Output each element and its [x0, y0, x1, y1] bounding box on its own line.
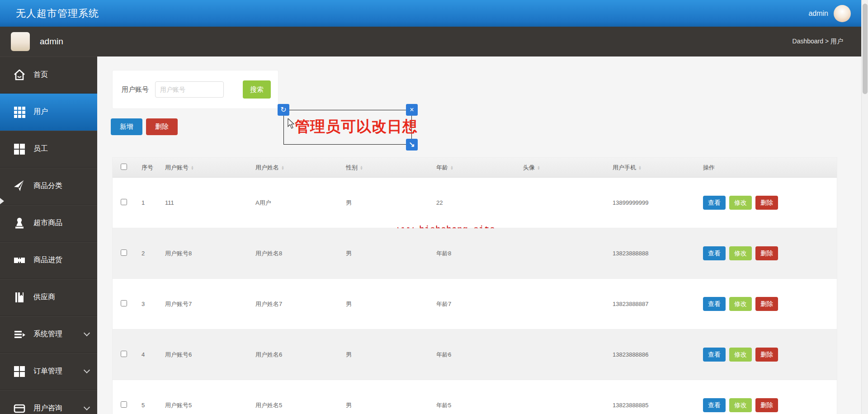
home-icon — [13, 68, 26, 82]
cell-account: 用户账号7 — [161, 300, 252, 308]
users-table: 序号 用户账号▲▼ 用户姓名▲▼ 性别▲▼ 年龄▲▼ 头像▲▼ 用户手机▲▼ 操… — [112, 157, 837, 414]
row-checkbox[interactable] — [121, 199, 127, 205]
mouse-cursor-icon — [288, 118, 295, 129]
sidebar-item-label: 系统管理 — [33, 329, 77, 339]
row-checkbox[interactable] — [121, 351, 127, 357]
column-header-account[interactable]: 用户账号▲▼ — [161, 164, 252, 172]
sidebar-item-label: 供应商 — [33, 292, 89, 302]
search-input[interactable] — [155, 81, 224, 98]
sidebar-item-order-management[interactable]: 订单管理 — [0, 353, 97, 390]
row-checkbox[interactable] — [121, 249, 127, 256]
sidebar-item-label: 超市商品 — [33, 218, 89, 228]
cell-phone: 13823888885 — [609, 402, 699, 409]
sort-icon[interactable]: ▲▼ — [191, 165, 194, 170]
vertical-scrollbar[interactable] — [861, 0, 868, 414]
cell-gender: 男 — [342, 199, 433, 207]
book-icon — [13, 291, 26, 304]
edit-button[interactable]: 修改 — [729, 297, 752, 311]
row-delete-button[interactable]: 删除 — [755, 246, 778, 260]
sidebar-collapse-marker — [0, 198, 4, 204]
sort-icon[interactable]: ▲▼ — [281, 165, 284, 170]
topbar-user-area[interactable]: admin — [808, 5, 859, 22]
cell-phone: 13899999999 — [609, 199, 699, 206]
sidebar-item-goods-purchase[interactable]: 商品进货 — [0, 242, 97, 279]
view-button[interactable]: 查看 — [703, 348, 726, 362]
annotation-text: 管理员可以改日想 — [295, 117, 408, 137]
add-button[interactable]: 新增 — [111, 118, 142, 135]
chevron-down-icon — [84, 367, 90, 373]
column-header-name[interactable]: 用户姓名▲▼ — [252, 164, 342, 172]
cell-account: 用户账号5 — [161, 401, 252, 409]
topbar-username: admin — [808, 9, 828, 18]
sidebar-item-home[interactable]: 首页 — [0, 56, 97, 94]
row-checkbox[interactable] — [121, 300, 127, 306]
card-icon — [13, 402, 26, 414]
close-icon[interactable]: × — [406, 104, 418, 116]
sort-icon[interactable]: ▲▼ — [537, 165, 540, 170]
delete-button[interactable]: 删除 — [146, 118, 178, 135]
ticket-icon — [13, 254, 26, 267]
sidebar-item-label: 商品进货 — [33, 255, 89, 265]
cell-phone: 13823888888 — [609, 250, 699, 257]
row-delete-button[interactable]: 删除 — [755, 297, 778, 311]
sidebar-nav: 首页 用户 员工 商品分类 超市商品 — [0, 56, 97, 414]
sort-icon[interactable]: ▲▼ — [638, 165, 642, 170]
sidebar-item-label: 订单管理 — [33, 367, 77, 376]
main-content: 用户账号 搜索 新增 删除 ↻ × ↘ 管理员可以改日想 序号 用户账号▲▼ 用… — [97, 56, 861, 414]
user-avatar[interactable] — [834, 5, 851, 22]
view-button[interactable]: 查看 — [703, 196, 726, 210]
cell-name: 用户姓名8 — [252, 249, 342, 258]
stamp-icon — [13, 216, 26, 230]
grid-2x2-icon — [13, 142, 26, 156]
row-delete-button[interactable]: 删除 — [755, 348, 778, 362]
column-header-gender[interactable]: 性别▲▼ — [342, 164, 433, 172]
sidebar-item-system-management[interactable]: 系统管理 — [0, 316, 97, 353]
sidebar-item-supplier[interactable]: 供应商 — [0, 279, 97, 316]
table-row: 5 用户账号5 用户姓名5 男 年龄5 13823888885 查看 修改 删除 — [113, 380, 837, 414]
sidebar-item-label: 用户 — [33, 107, 89, 117]
scrollbar-thumb[interactable] — [863, 4, 868, 94]
sort-icon[interactable]: ▲▼ — [450, 165, 453, 170]
paper-plane-icon — [13, 179, 26, 193]
sidebar-item-product-category[interactable]: 商品分类 — [0, 168, 97, 205]
cell-gender: 男 — [342, 300, 433, 308]
row-checkbox[interactable] — [121, 401, 127, 408]
rotate-handle-icon[interactable]: ↻ — [278, 104, 289, 116]
cell-gender: 男 — [342, 401, 433, 409]
view-button[interactable]: 查看 — [703, 297, 726, 311]
view-button[interactable]: 查看 — [703, 246, 726, 260]
cell-index: 3 — [138, 301, 161, 307]
table-toolbar: 新增 删除 — [111, 118, 178, 135]
sidebar-item-users[interactable]: 用户 — [0, 94, 97, 131]
edit-button[interactable]: 修改 — [729, 348, 752, 362]
search-label: 用户账号 — [122, 85, 149, 94]
view-button[interactable]: 查看 — [703, 398, 726, 412]
search-button[interactable]: 搜索 — [243, 80, 271, 99]
sidebar-item-label: 员工 — [33, 144, 89, 154]
edit-button[interactable]: 修改 — [729, 196, 752, 210]
column-header-age[interactable]: 年龄▲▼ — [433, 164, 519, 172]
sidebar-item-user-inquiry[interactable]: 用户咨询 — [0, 390, 97, 414]
cell-index: 1 — [138, 199, 161, 206]
edit-button[interactable]: 修改 — [729, 246, 752, 260]
resize-handle-icon[interactable]: ↘ — [406, 139, 418, 151]
row-delete-button[interactable]: 删除 — [755, 398, 778, 412]
sidebar-item-staff[interactable]: 员工 — [0, 131, 97, 168]
table-row: 3 用户账号7 用户姓名7 男 年龄7 13823888887 查看 修改 删除 — [113, 279, 837, 329]
select-all-checkbox[interactable] — [121, 164, 127, 170]
cell-index: 5 — [138, 402, 161, 409]
cell-index: 4 — [138, 351, 161, 358]
column-header-phone[interactable]: 用户手机▲▼ — [609, 164, 699, 172]
cell-age: 年龄8 — [433, 249, 519, 258]
cell-name: A用户 — [252, 199, 342, 207]
table-row: 4 用户账号6 用户姓名6 男 年龄6 13823888886 查看 修改 删除 — [113, 329, 837, 380]
row-delete-button[interactable]: 删除 — [755, 196, 778, 210]
cell-account: 用户账号8 — [161, 249, 252, 258]
sort-icon[interactable]: ▲▼ — [360, 165, 363, 170]
sidebar-item-supermarket-goods[interactable]: 超市商品 — [0, 205, 97, 242]
annotation-box[interactable]: ↻ × ↘ 管理员可以改日想 — [283, 110, 412, 145]
edit-button[interactable]: 修改 — [729, 398, 752, 412]
table-header-row: 序号 用户账号▲▼ 用户姓名▲▼ 性别▲▼ 年龄▲▼ 头像▲▼ 用户手机▲▼ 操… — [113, 158, 837, 178]
column-header-avatar[interactable]: 头像▲▼ — [519, 164, 609, 172]
sidebar-item-label: 用户咨询 — [33, 404, 77, 413]
